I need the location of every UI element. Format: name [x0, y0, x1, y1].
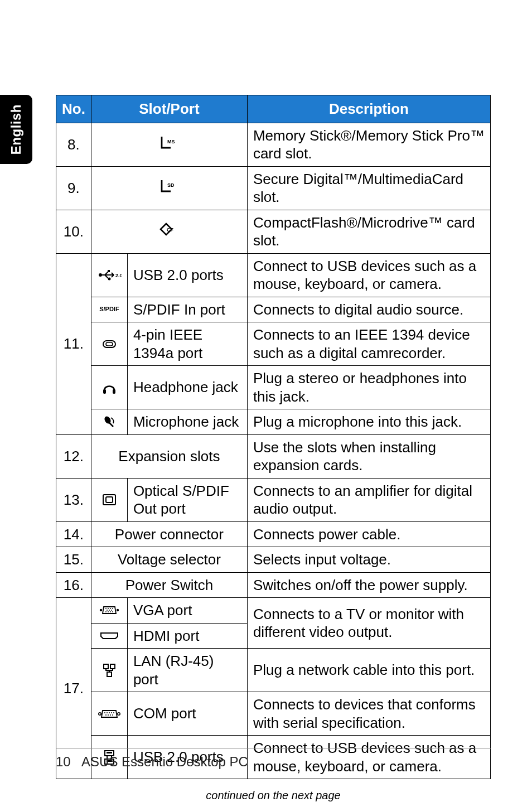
- svg-rect-8: [103, 341, 115, 347]
- hdmi-icon: [91, 623, 127, 649]
- table-row: 14. Power connector Connects power cable…: [56, 521, 491, 547]
- table-row: 13. Optical S/PDIF Out port Connects to …: [56, 478, 491, 521]
- table-row: 9. SD Secure Digital™/MultimediaCard slo…: [56, 166, 491, 210]
- language-label: English: [8, 104, 24, 154]
- row-desc: Switches on/off the power supply.: [247, 572, 490, 598]
- svg-text:CF: CF: [167, 227, 173, 233]
- table-row: S/PDIF S/PDIF In port Connects to digita…: [56, 297, 491, 322]
- table-row: COM port Connects to devices that confor…: [56, 692, 491, 736]
- row-desc: Use the slots when installing expansion …: [247, 434, 490, 478]
- svg-point-39: [105, 714, 107, 716]
- svg-rect-11: [113, 389, 115, 394]
- row-name: LAN (RJ-45) port: [127, 649, 247, 692]
- row-desc: Plug a network cable into this port.: [247, 649, 490, 692]
- row-desc: Connects to digital audio source.: [247, 297, 490, 322]
- row-desc: Connects to an IEEE 1394 device such as …: [247, 322, 490, 366]
- svg-text:MS: MS: [167, 139, 175, 144]
- table-row: 8. MS Memory Stick®/Memory Stick Pro™ ca…: [56, 123, 491, 166]
- ms-icon: MS: [91, 123, 247, 166]
- svg-rect-30: [110, 664, 115, 669]
- language-tab: English: [0, 95, 32, 164]
- row-desc: Secure Digital™/MultimediaCard slot.: [247, 166, 490, 210]
- header-slot: Slot/Port: [91, 95, 247, 123]
- page-number: 10: [56, 754, 71, 769]
- table-header-row: No. Slot/Port Description: [56, 95, 491, 123]
- svg-point-38: [113, 712, 114, 713]
- row-name: 4-pin IEEE 1394a port: [127, 322, 247, 366]
- svg-line-13: [109, 422, 113, 427]
- row-name: Power Switch: [91, 572, 247, 598]
- com-icon: [91, 692, 127, 736]
- table-row: 10. CF CompactFlash®/Microdrive™ card sl…: [56, 210, 491, 253]
- cf-icon: CF: [91, 210, 247, 253]
- row-no: 11.: [56, 253, 91, 434]
- row-no: 8.: [56, 123, 91, 166]
- svg-point-36: [109, 712, 110, 713]
- row-no: 16.: [56, 572, 91, 598]
- svg-point-17: [117, 609, 119, 611]
- svg-rect-29: [104, 664, 108, 669]
- header-desc: Description: [247, 95, 490, 123]
- table-row: 16. Power Switch Switches on/off the pow…: [56, 572, 491, 598]
- row-desc: Connects to an amplifier for digital aud…: [247, 478, 490, 521]
- row-name: HDMI port: [127, 623, 247, 649]
- row-name: Voltage selector: [91, 547, 247, 573]
- table-row: Headphone jack Plug a stereo or headphon…: [56, 366, 491, 409]
- svg-text:2.0: 2.0: [115, 273, 122, 278]
- svg-point-37: [111, 712, 112, 713]
- row-name: VGA port: [127, 598, 247, 624]
- continued-text: continued on the next page: [56, 789, 491, 802]
- row-no: 13.: [56, 478, 91, 521]
- svg-point-41: [110, 714, 111, 716]
- page-content: No. Slot/Port Description 8. MS Memory S…: [56, 95, 491, 802]
- svg-point-28: [112, 611, 113, 612]
- table-row: LAN (RJ-45) port Plug a network cable in…: [56, 649, 491, 692]
- svg-text:SD: SD: [167, 182, 175, 188]
- table-row: 15. Voltage selector Selects input volta…: [56, 547, 491, 573]
- row-desc: Connects power cable.: [247, 521, 490, 547]
- row-desc: Connects to devices that conforms with s…: [247, 692, 490, 736]
- svg-point-32: [99, 712, 101, 714]
- row-no: 14.: [56, 521, 91, 547]
- row-no: 9.: [56, 166, 91, 210]
- svg-point-19: [108, 608, 109, 609]
- svg-point-34: [104, 712, 105, 713]
- svg-point-20: [110, 608, 111, 609]
- svg-point-16: [100, 609, 102, 611]
- table-row: 12. Expansion slots Use the slots when i…: [56, 434, 491, 478]
- row-name: USB 2.0 ports: [127, 253, 247, 297]
- svg-point-40: [108, 714, 109, 716]
- row-desc: Selects input voltage.: [247, 547, 490, 573]
- mic-icon: [91, 409, 127, 435]
- svg-rect-5: [108, 270, 110, 272]
- svg-point-24: [111, 610, 112, 611]
- table-row: 11. 2.0 USB 2.0 ports Connect to USB dev…: [56, 253, 491, 297]
- row-desc: Connect to USB devices such as a mouse, …: [247, 253, 490, 297]
- svg-rect-9: [106, 342, 113, 346]
- svg-point-22: [107, 610, 108, 611]
- row-desc: CompactFlash®/Microdrive™ card slot.: [247, 210, 490, 253]
- header-no: No.: [56, 95, 91, 123]
- svg-point-35: [107, 712, 108, 713]
- svg-point-27: [110, 611, 111, 612]
- row-name: Power connector: [91, 521, 247, 547]
- svg-point-25: [105, 611, 107, 612]
- row-name: COM port: [127, 692, 247, 736]
- vga-icon: [91, 598, 127, 624]
- headphone-icon: [91, 366, 127, 409]
- optical-icon: [91, 478, 127, 521]
- row-desc: Plug a stereo or headphones into this ja…: [247, 366, 490, 409]
- row-name: Headphone jack: [127, 366, 247, 409]
- table-row: 17. VGA port Connects to a TV or monitor…: [56, 598, 491, 624]
- row-name: S/PDIF In port: [127, 297, 247, 322]
- table-row: 4-pin IEEE 1394a port Connects to an IEE…: [56, 322, 491, 366]
- row-name: Microphone jack: [127, 409, 247, 435]
- ports-table: No. Slot/Port Description 8. MS Memory S…: [56, 95, 491, 779]
- usb2-icon: 2.0: [91, 253, 127, 297]
- svg-point-33: [118, 712, 120, 714]
- svg-rect-14: [103, 495, 115, 505]
- row-no: 10.: [56, 210, 91, 253]
- svg-point-21: [112, 608, 113, 609]
- row-no: 12.: [56, 434, 91, 478]
- page-footer: 10 ASUS Essentio Desktop PC: [56, 748, 491, 770]
